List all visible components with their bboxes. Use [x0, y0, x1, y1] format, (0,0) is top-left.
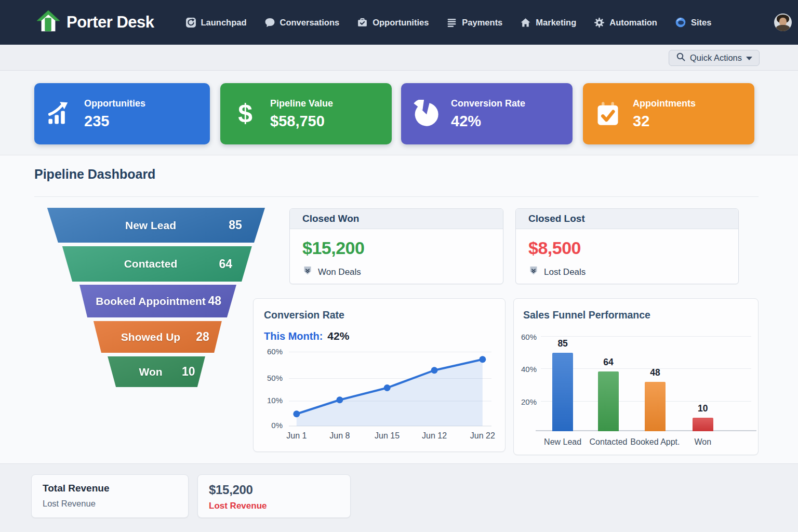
y-tick-label: 10%	[258, 396, 283, 405]
nav-label: Payments	[462, 18, 502, 28]
nav-label: Marketing	[536, 18, 576, 28]
page-title: Pipeline Dashboard	[34, 167, 155, 182]
funnel-stage-value: 64	[219, 257, 232, 271]
closed-won-caption-text: Won Deals	[318, 267, 361, 277]
search-icon	[676, 52, 686, 64]
bar-booked-appt-	[645, 382, 666, 431]
briefcase-check-icon	[357, 17, 368, 28]
conversion-chart-plot: 0%10%50%60%Jun 1Jun 8Jun 15Jun 12Jun 22	[289, 348, 491, 426]
closed-lost-caption-text: Lost Deals	[544, 267, 586, 277]
kpi-label: Conversion Rate	[451, 98, 525, 109]
x-tick-label: Jun 22	[466, 431, 499, 441]
y-tick-label: 60%	[258, 347, 283, 356]
pipeline-dashboard-page: Porter Desk Launchpad	[0, 0, 798, 532]
action-bar: Quick Actions	[0, 45, 798, 71]
brand-home-link[interactable]: Porter Desk	[36, 9, 154, 35]
title-divider	[34, 196, 759, 197]
kpi-label: Opportunities	[84, 98, 145, 109]
nav-item-opportunities[interactable]: Opportunities	[357, 17, 429, 28]
nav-item-conversations[interactable]: Conversations	[264, 17, 340, 28]
closed-won-caption: Won Deals	[302, 265, 361, 278]
kpi-card-opportunities[interactable]: Opportunities 235	[34, 83, 210, 144]
pie-chart-icon	[401, 100, 451, 128]
funnel-stage-value: 10	[182, 365, 195, 379]
y-tick-label: 50%	[258, 374, 283, 382]
home-icon	[520, 17, 531, 28]
closed-lost-amount: $8,500	[528, 238, 581, 258]
closed-won-card: Closed Won $15,200 Won Deals	[289, 208, 503, 284]
funnel-stage-won[interactable]: Won 10	[47, 356, 265, 387]
funnel-stage-label: Booked Appointment	[96, 295, 206, 308]
y-tick-label: 40%	[512, 365, 537, 374]
sales-funnel-chart-title: Sales Funnel Performance	[523, 309, 650, 321]
total-revenue-subtitle: Lost Revenue	[43, 499, 188, 509]
x-tick-label: Jun 12	[418, 431, 451, 441]
kpi-card-conversion-rate[interactable]: Conversion Rate 42%	[401, 83, 573, 144]
period-label: This Month:	[264, 330, 323, 342]
funnel-stage-new-lead[interactable]: New Lead 85	[47, 208, 265, 243]
kpi-value: 32	[633, 113, 696, 130]
deals-badge-icon	[528, 265, 539, 278]
kpi-value: 42%	[451, 113, 525, 130]
nav-item-sites[interactable]: Sites	[675, 17, 711, 28]
gear-icon	[594, 17, 605, 28]
gridline	[541, 336, 751, 337]
funnel-stage-label: Contacted	[124, 258, 178, 270]
x-category-label: Won	[672, 437, 734, 447]
sales-funnel-chart-plot: 20%40%60%85New Lead64Contacted48Booked A…	[541, 332, 751, 431]
nav-label: Sites	[691, 18, 711, 28]
calendar-check-icon	[583, 100, 633, 127]
footer-summary: Total Revenue Lost Revenue $15,200 Lost …	[0, 464, 798, 532]
house-logo-icon	[36, 9, 60, 35]
funnel-stage-label: Won	[139, 366, 162, 378]
funnel-stage-booked-appointment[interactable]: Booked Appointment 48	[47, 285, 265, 317]
quick-actions-button[interactable]: Quick Actions	[669, 50, 760, 66]
chat-bubble-icon	[264, 17, 275, 28]
main-nav: Launchpad Conversations Opportunities	[185, 17, 712, 28]
closed-lost-card: Closed Lost $8,500 Lost Deals	[515, 208, 739, 284]
launchpad-icon	[185, 17, 196, 28]
funnel-stage-value: 85	[229, 218, 242, 232]
bar-value-label: 48	[640, 367, 671, 378]
funnel-stage-contacted[interactable]: Contacted 64	[47, 246, 265, 282]
kpi-label: Pipeline Value	[270, 98, 333, 109]
conversion-period: This Month:42%	[264, 330, 349, 342]
nav-item-automation[interactable]: Automation	[594, 17, 657, 28]
closed-lost-caption: Lost Deals	[528, 265, 586, 278]
user-avatar[interactable]	[774, 14, 792, 31]
bar-chart-rising-icon	[34, 100, 84, 127]
bar-new-lead	[552, 353, 573, 431]
avatar-body	[776, 25, 790, 31]
quick-actions-label: Quick Actions	[690, 53, 742, 63]
pipeline-dashboard-panel: Pipeline Dashboard New Lead 85 Contacted…	[0, 155, 798, 464]
brand-name: Porter Desk	[66, 13, 154, 32]
conversion-chart-title: Conversion Rate	[264, 309, 344, 321]
nav-item-payments[interactable]: Payments	[446, 17, 502, 28]
funnel-stage-value: 48	[208, 294, 221, 308]
deals-badge-icon	[302, 265, 313, 278]
closed-won-header: Closed Won	[290, 209, 503, 229]
period-value: 42%	[327, 330, 349, 342]
chevron-down-icon	[746, 57, 752, 60]
funnel-stage-label: New Lead	[125, 219, 176, 232]
kpi-value: 235	[84, 113, 145, 130]
x-tick-label: Jun 1	[280, 431, 313, 441]
nav-item-marketing[interactable]: Marketing	[520, 17, 576, 28]
conversion-rate-card: Conversion Rate This Month:42% 0%10%50%6…	[253, 298, 506, 452]
lost-revenue-card[interactable]: $15,200 Lost Revenue	[197, 474, 351, 518]
nav-label: Opportunities	[373, 18, 429, 28]
closed-lost-header: Closed Lost	[516, 209, 738, 229]
nav-item-launchpad[interactable]: Launchpad	[185, 17, 247, 28]
lost-revenue-subtitle: Lost Revenue	[209, 501, 350, 511]
nav-label: Launchpad	[201, 18, 247, 28]
bar-won	[693, 418, 713, 431]
kpi-card-pipeline-value[interactable]: $ Pipeline Value $58,750	[220, 83, 392, 144]
nav-label: Conversations	[280, 18, 340, 28]
pipeline-funnel-chart: New Lead 85 Contacted 64 Booked Appointm…	[47, 208, 265, 388]
total-revenue-card[interactable]: Total Revenue Lost Revenue	[31, 474, 189, 518]
kpi-card-appointments[interactable]: Appointments 32	[583, 83, 754, 144]
funnel-stage-showed-up[interactable]: Showed Up 28	[47, 321, 265, 353]
dollar-icon: $	[220, 100, 270, 127]
y-tick-label: 60%	[512, 332, 537, 341]
x-tick-label: Jun 8	[323, 431, 356, 441]
